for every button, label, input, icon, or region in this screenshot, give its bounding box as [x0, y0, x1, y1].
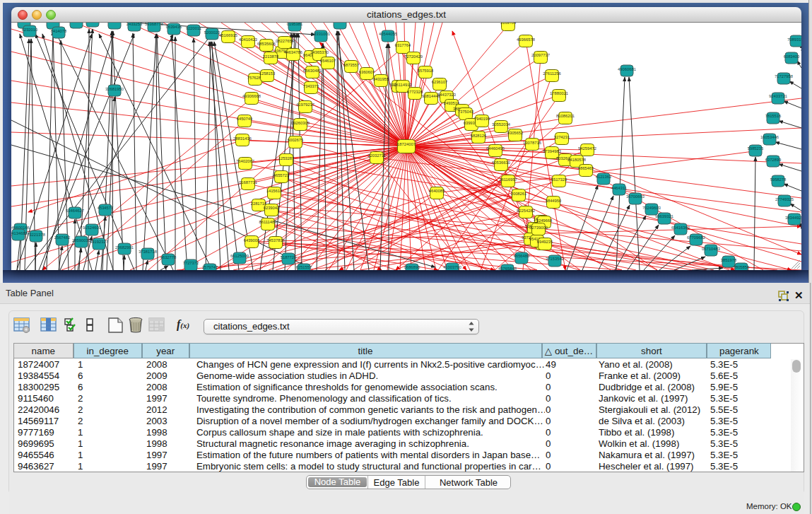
- svg-text:6450749: 6450749: [237, 117, 253, 121]
- svg-text:41003790: 41003790: [443, 265, 461, 269]
- svg-text:4656480: 4656480: [514, 254, 530, 258]
- svg-text:7343373: 7343373: [303, 84, 319, 88]
- svg-text:6372899: 6372899: [765, 158, 782, 162]
- svg-text:5517329: 5517329: [551, 177, 567, 182]
- svg-text:26116957: 26116957: [499, 177, 517, 182]
- svg-text:4640085: 4640085: [429, 189, 445, 193]
- svg-text:65416362: 65416362: [671, 226, 690, 230]
- svg-text:65630481: 65630481: [303, 69, 322, 73]
- svg-text:59368778: 59368778: [145, 23, 163, 26]
- svg-text:30552034: 30552034: [492, 122, 511, 127]
- svg-text:70893194: 70893194: [787, 37, 801, 42]
- svg-text:49060681: 49060681: [618, 67, 636, 71]
- svg-text:2213878: 2213878: [263, 54, 279, 59]
- svg-text:60536630: 60536630: [492, 160, 510, 165]
- svg-text:2579747: 2579747: [202, 265, 218, 269]
- svg-text:06710483: 06710483: [702, 247, 720, 251]
- svg-text:70249603: 70249603: [642, 206, 661, 210]
- svg-text:71213455: 71213455: [331, 23, 349, 23]
- svg-text:5958278: 5958278: [770, 177, 787, 182]
- svg-text:4655721: 4655721: [273, 173, 290, 177]
- svg-text:0195381: 0195381: [287, 23, 303, 26]
- svg-text:98732000: 98732000: [15, 23, 33, 23]
- svg-text:94259472: 94259472: [578, 146, 596, 151]
- svg-text:7727372: 7727372: [183, 261, 199, 265]
- svg-text:74537838: 74537838: [266, 238, 285, 243]
- svg-text:5985235: 5985235: [748, 146, 764, 151]
- svg-text:54437323: 54437323: [437, 93, 456, 97]
- svg-text:13331001: 13331001: [312, 32, 330, 36]
- svg-text:6671723: 6671723: [69, 23, 85, 23]
- svg-text:4121362: 4121362: [596, 175, 612, 179]
- svg-text:0686890: 0686890: [404, 265, 420, 269]
- svg-text:28831436: 28831436: [233, 136, 252, 141]
- svg-text:28590031: 28590031: [72, 238, 90, 243]
- svg-text:2008261: 2008261: [511, 192, 527, 196]
- svg-text:66125009: 66125009: [230, 254, 249, 258]
- svg-text:13078716: 13078716: [523, 141, 541, 145]
- svg-text:09260309: 09260309: [291, 121, 310, 125]
- svg-text:3274231: 3274231: [554, 135, 570, 139]
- svg-text:4632778: 4632778: [160, 255, 177, 259]
- svg-text:6236107: 6236107: [432, 80, 448, 84]
- svg-text:49306668: 49306668: [242, 94, 261, 98]
- svg-text:87394983: 87394983: [543, 149, 561, 153]
- svg-text:67709682: 67709682: [687, 235, 705, 240]
- svg-text:02739000: 02739000: [529, 226, 548, 230]
- svg-text:82254282: 82254282: [517, 209, 535, 213]
- svg-text:86844318: 86844318: [105, 23, 124, 23]
- svg-text:91524601: 91524601: [83, 226, 101, 230]
- svg-text:45765848: 45765848: [498, 267, 517, 270]
- svg-text:08227654: 08227654: [276, 39, 295, 43]
- svg-text:18724007: 18724007: [397, 142, 416, 146]
- svg-text:71727958: 71727958: [775, 74, 793, 78]
- svg-text:20097737: 20097737: [531, 53, 550, 57]
- svg-text:6251557: 6251557: [296, 265, 312, 269]
- svg-text:6772326: 6772326: [407, 90, 423, 94]
- svg-text:5575918: 5575918: [418, 69, 434, 73]
- svg-text:3249668: 3249668: [536, 218, 553, 223]
- svg-text:94134683: 94134683: [11, 231, 28, 235]
- svg-text:1258153: 1258153: [259, 71, 276, 76]
- svg-text:01687731: 01687731: [239, 180, 257, 185]
- svg-text:5873557: 5873557: [343, 63, 360, 67]
- svg-text:2433253: 2433253: [126, 23, 143, 26]
- svg-text:37381718: 37381718: [139, 250, 157, 254]
- svg-text:27611256: 27611256: [543, 71, 560, 76]
- svg-text:9305652: 9305652: [507, 131, 524, 135]
- svg-text:4844950: 4844950: [546, 199, 562, 203]
- svg-text:9220011: 9220011: [186, 26, 201, 30]
- svg-text:7815516: 7815516: [765, 114, 782, 118]
- svg-text:0431955: 0431955: [373, 77, 389, 81]
- svg-text:32681950: 32681950: [105, 87, 124, 91]
- svg-text:6546107: 6546107: [320, 59, 336, 63]
- svg-text:49366578: 49366578: [517, 37, 535, 42]
- svg-text:6083400: 6083400: [784, 54, 800, 59]
- svg-text:53464627: 53464627: [66, 209, 84, 213]
- svg-text:92433721: 92433721: [769, 94, 787, 98]
- svg-text:3851978: 3851978: [721, 258, 737, 262]
- svg-text:4865465: 4865465: [578, 166, 594, 170]
- svg-text:40544055: 40544055: [379, 32, 397, 36]
- svg-text:44634786: 44634786: [284, 50, 302, 54]
- svg-text:86111489: 86111489: [259, 220, 277, 224]
- svg-text:24180578: 24180578: [567, 158, 586, 162]
- svg-text:0239042: 0239042: [264, 206, 280, 210]
- svg-text:2638986: 2638986: [45, 23, 61, 23]
- svg-text:16053446: 16053446: [760, 135, 779, 139]
- svg-text:6949235: 6949235: [537, 240, 553, 244]
- svg-text:7940199: 7940199: [474, 117, 490, 121]
- svg-text:8414078: 8414078: [51, 29, 67, 33]
- svg-text:41979237: 41979237: [296, 103, 314, 107]
- svg-text:45166915: 45166915: [219, 33, 237, 37]
- svg-text:6002675: 6002675: [288, 138, 304, 142]
- svg-text:0639436: 0639436: [166, 25, 182, 29]
- svg-text:38344922: 38344922: [785, 216, 801, 220]
- svg-text:4464311: 4464311: [611, 186, 627, 190]
- svg-text:6828126: 6828126: [471, 134, 487, 138]
- svg-text:76402067: 76402067: [236, 159, 254, 163]
- svg-text:1415618: 1415618: [266, 189, 283, 193]
- svg-text:17880021: 17880021: [550, 91, 568, 95]
- svg-text:99639321: 99639321: [655, 214, 673, 218]
- svg-text:81086201: 81086201: [556, 114, 575, 118]
